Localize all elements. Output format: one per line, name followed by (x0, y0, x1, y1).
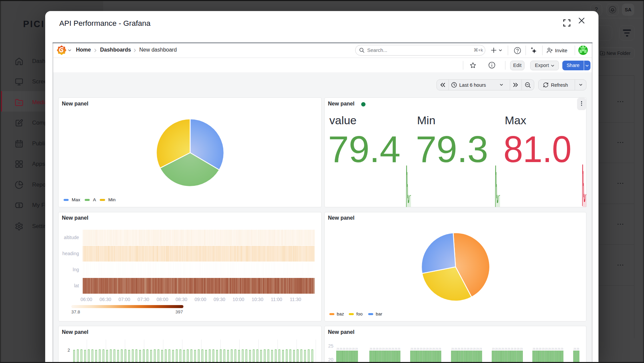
svg-text:23: 23 (395, 348, 397, 350)
svg-text:23: 23 (398, 348, 400, 350)
svg-text:23: 23 (458, 348, 460, 350)
svg-text:23: 23 (346, 348, 348, 350)
svg-text:23: 23 (410, 348, 413, 350)
svg-text:23: 23 (349, 348, 352, 350)
svg-text:23: 23 (539, 348, 542, 350)
svg-text:23: 23 (464, 348, 467, 350)
svg-text:23: 23 (517, 348, 519, 350)
svg-text:23: 23 (561, 348, 563, 350)
svg-text:23: 23 (370, 348, 372, 350)
svg-text:23: 23 (376, 348, 379, 350)
svg-text:23: 23 (492, 348, 495, 350)
svg-text:23: 23 (551, 348, 554, 350)
svg-text:23: 23 (498, 348, 501, 350)
svg-text:23: 23 (429, 348, 432, 350)
svg-text:23: 23 (470, 348, 473, 350)
svg-text:23: 23 (438, 348, 441, 350)
svg-text:23: 23 (426, 348, 429, 350)
svg-text:23: 23 (379, 348, 382, 350)
svg-text:23: 23 (455, 348, 457, 350)
svg-text:23: 23 (388, 348, 391, 350)
svg-text:23: 23 (514, 348, 516, 350)
svg-text:23: 23 (511, 348, 513, 350)
svg-text:23: 23 (479, 348, 482, 350)
svg-text:23: 23 (508, 348, 510, 350)
svg-text:23: 23 (336, 348, 339, 350)
svg-text:23: 23 (352, 348, 355, 350)
svg-text:23: 23 (417, 348, 419, 350)
svg-text:23: 23 (391, 348, 394, 350)
svg-text:23: 23 (435, 348, 438, 350)
svg-text:23: 23 (340, 348, 342, 350)
svg-text:23: 23 (414, 348, 416, 350)
svg-text:23: 23 (461, 348, 463, 350)
svg-text:23: 23 (577, 348, 579, 350)
svg-text:23: 23 (373, 348, 376, 350)
svg-text:23: 23 (467, 348, 470, 350)
svg-text:23: 23 (385, 348, 388, 350)
svg-text:23: 23 (554, 348, 557, 350)
svg-text:23: 23 (545, 348, 548, 350)
svg-text:23: 23 (520, 348, 523, 350)
svg-text:23: 23 (501, 348, 504, 350)
svg-text:23: 23 (504, 348, 507, 350)
svg-text:23: 23 (423, 348, 426, 350)
svg-text:23: 23 (573, 348, 576, 350)
svg-text:23: 23 (476, 348, 479, 350)
svg-text:23: 23 (542, 348, 545, 350)
svg-text:23: 23 (420, 348, 422, 350)
svg-text:23: 23 (558, 348, 560, 350)
svg-text:23: 23 (473, 348, 476, 350)
svg-text:23: 23 (343, 348, 345, 350)
svg-text:23: 23 (432, 348, 435, 350)
svg-text:23: 23 (355, 348, 358, 350)
svg-text:23: 23 (536, 348, 539, 350)
svg-text:23: 23 (533, 348, 535, 350)
svg-text:23: 23 (495, 348, 498, 350)
svg-text:23: 23 (382, 348, 385, 350)
svg-text:23: 23 (451, 348, 454, 350)
svg-text:23: 23 (548, 348, 551, 350)
